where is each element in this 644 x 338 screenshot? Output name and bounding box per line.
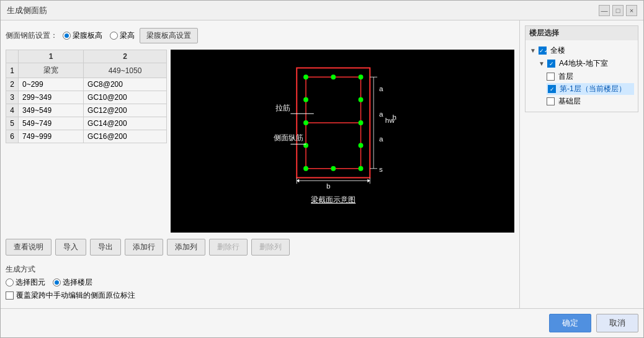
tree-a4[interactable]: ▼ ✓ A4地块-地下室: [538, 57, 634, 70]
row-col1-3[interactable]: 299~349: [19, 91, 84, 104]
row-id-4: 4: [6, 104, 19, 117]
override-checkbox[interactable]: [6, 291, 14, 300]
row-col1-2[interactable]: 0~299: [19, 78, 84, 91]
row-col2-2[interactable]: GC8@200: [84, 78, 167, 91]
settings-label: 侧面钢筋设置：: [6, 30, 58, 41]
checkbox-a4[interactable]: ✓: [547, 60, 555, 68]
del-col-button[interactable]: 删除列: [251, 239, 290, 256]
table-row: 4 349~549 GC12@200: [6, 104, 167, 117]
radio-beam-height[interactable]: 梁腹板高: [63, 30, 102, 41]
add-col-button[interactable]: 添加列: [167, 239, 205, 256]
svg-point-12: [359, 97, 364, 102]
svg-point-7: [359, 120, 364, 125]
row-id-5: 5: [6, 117, 19, 130]
override-checkbox-row: 覆盖梁跨中手动编辑的侧面原位标注: [6, 290, 514, 301]
svg-marker-31: [297, 179, 299, 182]
checkbox-first[interactable]: [547, 73, 555, 81]
tree-root-label: 全楼: [550, 45, 565, 56]
table-row: 2 0~299 GC8@200: [6, 78, 167, 91]
row-col2-4[interactable]: GC12@200: [84, 104, 167, 117]
radio-beam-full-height-icon: [110, 32, 118, 40]
radio-beam-full-height-label: 梁高: [120, 30, 135, 41]
tree-root[interactable]: ▼ ✓ 全楼: [529, 44, 634, 57]
row-id-2: 2: [6, 78, 19, 91]
svg-point-3: [303, 74, 308, 79]
svg-point-10: [359, 166, 364, 171]
main-content: 侧面钢筋设置： 梁腹板高 梁高 梁腹板高设置: [1, 20, 643, 308]
row-id-3: 3: [6, 91, 19, 104]
row-col1-5[interactable]: 549~749: [19, 117, 84, 130]
tree-a4-label: A4地块-地下室: [559, 58, 608, 69]
radio-select-floor[interactable]: 选择楼层: [53, 277, 92, 288]
row-col1-6[interactable]: 749~999: [19, 130, 84, 143]
floor-panel-title: 楼层选择: [525, 26, 638, 40]
footer-buttons: 确定 取消: [1, 308, 643, 337]
row-col1-4[interactable]: 349~549: [19, 104, 84, 117]
col-num: [6, 50, 19, 63]
preview-section: 拉筋 侧面纵筋 a a a hw h s: [171, 50, 514, 233]
generation-label: 生成方式: [6, 264, 514, 275]
override-checkbox-label: 覆盖梁跨中手动编辑的侧面原位标注: [16, 290, 135, 301]
table-row-header: 1 梁宽 449~1050: [6, 63, 167, 78]
radio-beam-height-icon: [63, 32, 71, 40]
window-controls: — □ ×: [599, 5, 637, 16]
close-button[interactable]: ×: [626, 5, 637, 16]
confirm-button[interactable]: 确定: [549, 314, 591, 332]
svg-text:梁截面示意图: 梁截面示意图: [311, 195, 356, 204]
beam-svg: 拉筋 侧面纵筋 a a a hw h s: [171, 50, 514, 233]
svg-text:拉筋: 拉筋: [275, 104, 290, 112]
col2-header: 2: [84, 50, 167, 63]
row-col2-header: 449~1050: [84, 63, 167, 78]
svg-text:h: h: [393, 113, 397, 122]
view-desc-button[interactable]: 查看说明: [6, 239, 51, 256]
del-row-button[interactable]: 删除行: [209, 239, 248, 256]
add-row-button[interactable]: 添加行: [125, 239, 163, 256]
radio-beam-full-height[interactable]: 梁高: [110, 30, 135, 41]
table-row: 6 749~999 GC16@200: [6, 130, 167, 143]
generation-options: 选择图元 选择楼层: [6, 277, 514, 288]
checkbox-minus1[interactable]: ✓: [548, 85, 556, 93]
main-dialog: 生成侧面筋 — □ × 侧面钢筋设置： 梁腹板高 梁高: [0, 0, 644, 338]
svg-point-14: [359, 143, 364, 148]
svg-point-11: [303, 97, 308, 102]
generation-mode: 生成方式 选择图元 选择楼层 覆盖梁跨中手动编辑的侧面原位标注: [6, 262, 514, 303]
radio-select-floor-label: 选择楼层: [63, 277, 92, 288]
left-panel: 侧面钢筋设置： 梁腹板高 梁高 梁腹板高设置: [1, 20, 519, 308]
table-row: 5 549~749 GC14@200: [6, 117, 167, 130]
bottom-toolbar: 查看说明 导入 导出 添加行 添加列 删除行 删除列: [6, 236, 514, 258]
radio-select-floor-icon: [53, 278, 61, 287]
title-bar: 生成侧面筋 — □ ×: [1, 1, 643, 20]
row-col2-3[interactable]: GC10@200: [84, 91, 167, 104]
row-id-6: 6: [6, 130, 19, 143]
checkbox-root[interactable]: ✓: [539, 47, 547, 55]
minimize-button[interactable]: —: [599, 5, 610, 16]
col1-header: 1: [19, 50, 84, 63]
tree-floor-minus1[interactable]: ✓ 第-1层（当前楼层）: [547, 83, 634, 95]
row-col2-6[interactable]: GC16@200: [84, 130, 167, 143]
floor-panel: 楼层选择 ▼ ✓ 全楼 ▼ ✓ A4地块-地下室: [525, 25, 638, 112]
tree-level1: ▼ ✓ A4地块-地下室 首层 ✓ 第-1层（当前楼层）: [529, 57, 634, 108]
import-button[interactable]: 导入: [55, 239, 86, 256]
svg-text:s: s: [379, 165, 383, 174]
tree-floor-base-label: 基础层: [558, 96, 581, 107]
tree-arrow-a4: ▼: [538, 60, 545, 68]
export-button[interactable]: 导出: [90, 239, 121, 256]
restore-button[interactable]: □: [612, 5, 624, 16]
svg-text:a: a: [379, 84, 383, 93]
tree-level2: 首层 ✓ 第-1层（当前楼层） 基础层: [538, 70, 634, 108]
table-row: 3 299~349 GC10@200: [6, 91, 167, 104]
svg-text:b: b: [326, 182, 331, 190]
svg-text:a: a: [379, 110, 383, 118]
svg-text:a: a: [379, 135, 383, 143]
dialog-title: 生成侧面筋: [7, 5, 47, 16]
checkbox-base[interactable]: [547, 97, 555, 105]
svg-marker-32: [367, 179, 370, 182]
cancel-button[interactable]: 取消: [596, 314, 638, 332]
row-col2-5[interactable]: GC14@200: [84, 117, 167, 130]
radio-select-element[interactable]: 选择图元: [6, 277, 45, 288]
radio-group: 梁腹板高 梁高: [63, 30, 135, 41]
beam-settings-button[interactable]: 梁腹板高设置: [140, 28, 198, 43]
radio-beam-height-label: 梁腹板高: [73, 30, 102, 41]
tree-floor-first[interactable]: 首层: [547, 70, 634, 83]
tree-floor-base[interactable]: 基础层: [547, 95, 634, 108]
